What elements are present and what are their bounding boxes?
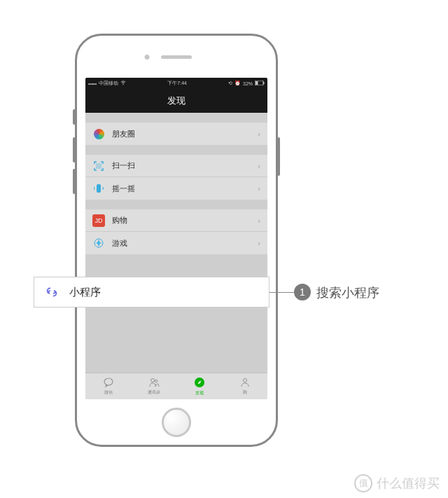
nav-bar: 发现	[85, 89, 267, 113]
row-label: 购物	[112, 215, 127, 226]
tab-label: 我	[243, 389, 247, 396]
power-button	[277, 137, 280, 176]
mute-switch	[73, 109, 76, 125]
phone-screen: ••••• 中国移动 下午7:44 ⟲ ⏰ 32% 发现	[85, 78, 267, 399]
scan-icon	[92, 160, 105, 172]
tab-bar: 微信 通讯录 发现 我	[85, 373, 267, 399]
status-bar: ••••• 中国移动 下午7:44 ⟲ ⏰ 32%	[85, 78, 267, 89]
tab-wechat[interactable]: 微信	[85, 373, 131, 399]
watermark: 值 什么值得买	[354, 474, 440, 492]
group-scan-shake: 扫一扫 › 摇一摇 ›	[85, 155, 267, 200]
moments-icon	[92, 127, 105, 140]
tab-me[interactable]: 我	[222, 373, 267, 399]
watermark-text: 什么值得买	[377, 475, 440, 492]
svg-rect-4	[96, 163, 102, 169]
shopping-icon: JD	[92, 214, 105, 227]
svg-point-8	[150, 378, 154, 382]
games-icon	[92, 237, 105, 249]
row-shake[interactable]: 摇一摇 ›	[85, 177, 267, 200]
chat-icon	[103, 378, 114, 389]
step-number: 1	[300, 286, 305, 298]
row-label: 小程序	[69, 286, 101, 299]
svg-point-0	[123, 84, 124, 85]
svg-point-11	[243, 378, 246, 382]
phone-frame: ••••• 中国移动 下午7:44 ⟲ ⏰ 32% 发现	[75, 34, 278, 447]
tab-discover[interactable]: 发现	[176, 373, 222, 399]
time-label: 下午7:44	[167, 80, 187, 87]
battery-pct: 32%	[243, 81, 253, 86]
miniprogram-icon	[44, 284, 59, 300]
wifi-icon	[120, 81, 126, 86]
contacts-icon	[148, 378, 160, 389]
battery-icon	[255, 81, 265, 86]
shake-icon	[92, 182, 105, 195]
step-text: 搜索小程序	[316, 284, 379, 301]
volume-down-button	[73, 169, 76, 194]
signal-icon: •••••	[88, 81, 97, 86]
tab-contacts[interactable]: 通讯录	[131, 373, 176, 399]
step-badge: 1	[294, 284, 311, 300]
chevron-right-icon: ›	[258, 216, 260, 225]
home-button[interactable]	[162, 408, 191, 437]
row-label: 朋友圈	[112, 129, 135, 139]
phone-camera	[145, 55, 150, 60]
row-games[interactable]: 游戏 ›	[85, 232, 267, 254]
chevron-right-icon: ›	[258, 239, 260, 247]
row-shopping[interactable]: JD 购物 ›	[85, 209, 267, 232]
group-moments: 朋友圈 ›	[85, 123, 267, 145]
orientation-lock-icon: ⟲	[228, 81, 232, 86]
me-icon	[239, 378, 251, 389]
volume-up-button	[73, 137, 76, 162]
row-scan[interactable]: 扫一扫 ›	[85, 155, 267, 177]
tab-label: 微信	[104, 389, 113, 396]
chevron-right-icon: ›	[258, 184, 260, 193]
chevron-right-icon: ›	[258, 162, 260, 170]
carrier-label: 中国移动	[99, 80, 118, 87]
svg-rect-3	[255, 81, 258, 85]
row-label: 扫一扫	[112, 160, 135, 171]
row-miniprogram[interactable]: 小程序	[34, 277, 270, 307]
svg-point-9	[155, 380, 158, 382]
discover-icon	[194, 377, 205, 389]
discover-content[interactable]: 朋友圈 › 扫一扫 › 摇一摇 ›	[85, 113, 267, 373]
svg-rect-5	[97, 184, 101, 193]
row-label: 摇一摇	[112, 184, 135, 194]
chevron-right-icon: ›	[258, 130, 260, 138]
phone-speaker	[161, 55, 192, 59]
alarm-icon: ⏰	[234, 81, 241, 86]
row-label: 游戏	[112, 238, 127, 249]
svg-rect-2	[263, 82, 265, 84]
group-shop-game: JD 购物 › 游戏 ›	[85, 209, 267, 254]
watermark-badge-icon: 值	[354, 474, 372, 492]
callout-connector	[270, 292, 294, 293]
tab-label: 通讯录	[148, 389, 160, 396]
tab-label: 发现	[195, 390, 204, 396]
row-moments[interactable]: 朋友圈 ›	[85, 123, 267, 145]
nav-title: 发现	[167, 95, 186, 107]
svg-point-7	[104, 378, 113, 385]
